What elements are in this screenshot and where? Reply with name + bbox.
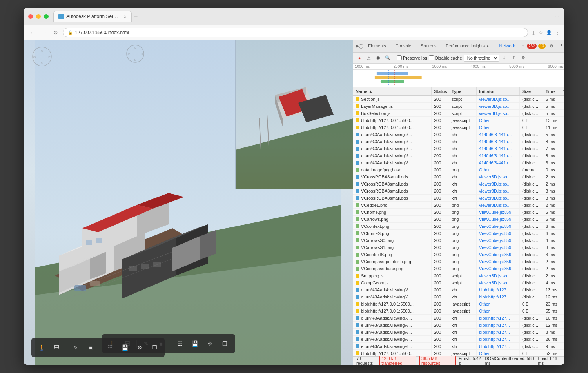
table-row[interactable]: e urn%3Aadsk.viewing%... 200 xhr blob:ht…	[353, 293, 564, 300]
table-row[interactable]: VCedge1.png 200 png viewer3D.js:so... (d…	[353, 202, 564, 209]
table-row[interactable]: VCcompass-base.png 200 png ViewCube.js:8…	[353, 265, 564, 272]
table-row[interactable]: VCcompass-pointer-b.png 200 png ViewCube…	[353, 258, 564, 265]
import-button[interactable]: ⇓	[501, 54, 508, 62]
table-row[interactable]: e urn%3Aadsk.viewing%... 200 xhr blob:ht…	[353, 336, 564, 343]
table-row[interactable]: VCarrows.png 200 png ViewCube.js:859 (di…	[353, 216, 564, 223]
table-row[interactable]: blob:http://127.0.0.1:5500... 200 javasc…	[353, 117, 564, 124]
row-size: (disk c...	[520, 336, 543, 342]
header-initiator[interactable]: Initiator	[477, 87, 520, 95]
table-row[interactable]: VChome.png 200 png ViewCube.js:859 (disk…	[353, 209, 564, 216]
table-row[interactable]: blob:http://127.0.0.1:5500... 200 javasc…	[353, 300, 564, 307]
header-time[interactable]: Time	[543, 87, 561, 95]
table-row[interactable]: e urn%3Aadsk.viewing%... 200 xhr 4140d6f…	[353, 138, 564, 145]
preserve-log-checkbox[interactable]: Preserve log	[397, 55, 427, 60]
network-table[interactable]: Name ▲ Status Type Initiator Size Time W…	[353, 87, 564, 356]
minimize-window-button[interactable]	[36, 14, 41, 19]
tab-sources[interactable]: Sources	[416, 41, 441, 51]
filter-button[interactable]: ◉	[374, 54, 382, 62]
table-row[interactable]: Section.js 200 script viewer3D.js:so... …	[353, 96, 564, 103]
tab-console[interactable]: Console	[391, 41, 416, 51]
grid-tool-left[interactable]: ☷	[103, 341, 116, 354]
header-name[interactable]: Name ▲	[353, 87, 432, 95]
row-initiator: ViewCube.js:859	[477, 265, 520, 272]
cube-tool-left[interactable]: ▣	[84, 341, 97, 354]
table-row[interactable]: e urn%3Aadsk.viewing%... 200 xhr 4140d6f…	[353, 152, 564, 159]
table-row[interactable]: blob:http://127.0.0.1:5500... 200 javasc…	[353, 350, 564, 356]
table-row[interactable]: CompGeom.js 200 script viewer3D.js:so...…	[353, 279, 564, 286]
maximize-window-button[interactable]	[44, 14, 49, 19]
grid-tool-center[interactable]: ☷	[174, 337, 187, 350]
header-size[interactable]: Size	[520, 87, 543, 95]
table-row[interactable]: VCarrowsS1.png 200 png ViewCube.js:859 (…	[353, 244, 564, 251]
row-waterfall	[561, 336, 564, 342]
search-button[interactable]: 🔍	[384, 54, 392, 62]
export-button[interactable]: ⇧	[510, 54, 518, 62]
table-row[interactable]: data:image/png;base... 200 png Other (me…	[353, 166, 564, 173]
table-row[interactable]: VCrossRGBA8small.dds 200 xhr viewer3D.js…	[353, 195, 564, 202]
throttle-select[interactable]: No throttling Fast 3G Slow 3G	[464, 55, 499, 62]
tab-close-button[interactable]: ✕	[123, 15, 127, 19]
clear-button[interactable]: △	[365, 54, 373, 62]
row-type: xhr	[449, 180, 477, 187]
back-button[interactable]: ←	[28, 29, 37, 36]
table-row[interactable]: VCcontextS.png 200 png ViewCube.js:859 (…	[353, 251, 564, 258]
record-button[interactable]: ●	[356, 54, 363, 62]
menu-icon[interactable]: ⋮	[555, 30, 560, 35]
active-tab[interactable]: Autodesk Platform Services: M... ✕	[53, 11, 132, 22]
person-tool-left[interactable]: 🚶	[35, 341, 48, 354]
bookmark-icon[interactable]: ☆	[539, 30, 543, 35]
profile-icon[interactable]: 👤	[546, 30, 552, 35]
settings-icon[interactable]: ⚙	[547, 42, 556, 51]
close-window-button[interactable]	[28, 14, 33, 19]
refresh-button[interactable]: ↻	[52, 29, 60, 36]
svg-text:W: W	[33, 55, 36, 59]
header-status[interactable]: Status	[432, 87, 449, 95]
header-type[interactable]: Type	[449, 87, 477, 95]
inspect-icon[interactable]: ▶	[356, 42, 359, 51]
table-row[interactable]: e urn%3Aadsk.viewing%... 200 xhr blob:ht…	[353, 329, 564, 336]
expand-tool-left[interactable]: ❐	[148, 341, 161, 354]
new-tab-button[interactable]: +	[134, 13, 138, 20]
expand-tool-center[interactable]: ❐	[219, 337, 231, 350]
table-row[interactable]: LayerManager.js 200 script viewer3D.js:s…	[353, 103, 564, 110]
table-row[interactable]: e urn%3Aadsk.viewing%... 200 xhr blob:ht…	[353, 322, 564, 329]
tab-performance[interactable]: Performance insights ▲	[441, 41, 495, 51]
table-row[interactable]: VCrossRGBA8small.dds 200 xhr viewer3D.js…	[353, 187, 564, 195]
tab-elements[interactable]: Elements	[363, 41, 391, 51]
camera-tool-left[interactable]: 🎞	[50, 341, 63, 354]
table-row[interactable]: BoxSelection.js 200 script viewer3D.js:s…	[353, 110, 564, 117]
url-bar[interactable]: 🔒 127.0.0.1:5500/index.html	[63, 28, 528, 37]
settings-network-icon[interactable]: ⚙	[519, 54, 527, 62]
table-row[interactable]: blob:http://127.0.0.1:5500... 200 javasc…	[353, 124, 564, 131]
table-row[interactable]: Snapping.js 200 script viewer3D.js:so...…	[353, 272, 564, 279]
table-row[interactable]: VCcontext.png 200 png ViewCube.js:859 (d…	[353, 223, 564, 230]
save-tool-center[interactable]: 💾	[189, 337, 201, 350]
table-row[interactable]: blob:http://127.0.0.1:5500... 200 javasc…	[353, 307, 564, 315]
table-row[interactable]: VChomeS.png 200 png ViewCube.js:859 (dis…	[353, 230, 564, 237]
3d-viewport[interactable]: N E S W N E S W	[24, 40, 353, 365]
preserve-log-input[interactable]	[397, 55, 402, 60]
table-row[interactable]: e urn%3Aadsk.viewing%... 200 xhr 4140d6f…	[353, 131, 564, 138]
table-row[interactable]: e urn%3Aadsk.viewing%... 200 xhr blob:ht…	[353, 315, 564, 322]
header-waterfall[interactable]: Waterfall	[561, 87, 564, 95]
table-row[interactable]: VCrossRGBA8small.dds 200 xhr viewer3D.js…	[353, 180, 564, 187]
gear-tool-left[interactable]: ⚙	[133, 341, 146, 354]
table-row[interactable]: VCrossRGBA8small.dds 200 xhr viewer3D.js…	[353, 173, 564, 180]
more-options-icon[interactable]: ⋮	[557, 42, 564, 51]
more-tabs[interactable]: »	[520, 42, 527, 50]
table-row[interactable]: e urn%3Aadsk.viewing%... 200 xhr 4140d6f…	[353, 145, 564, 152]
table-row[interactable]: e urn%3Aadsk.viewing%... 200 xhr blob:ht…	[353, 286, 564, 293]
table-row[interactable]: e urn%3Aadsk.viewing%... 200 xhr blob:ht…	[353, 343, 564, 350]
tab-network[interactable]: Network	[495, 41, 520, 51]
row-waterfall	[561, 124, 564, 131]
device-icon[interactable]: ◯	[359, 42, 363, 51]
disable-cache-checkbox[interactable]: Disable cache	[429, 55, 462, 60]
table-row[interactable]: VCarrowsS0.png 200 png ViewCube.js:859 (…	[353, 237, 564, 244]
save-tool-left[interactable]: 💾	[118, 341, 131, 354]
pencil-tool-left[interactable]: ✎	[69, 341, 82, 354]
table-row[interactable]: e urn%3Aadsk.viewing%... 200 xhr 4140d6f…	[353, 159, 564, 166]
disable-cache-input[interactable]	[429, 55, 434, 60]
extensions-icon[interactable]: ◫	[531, 30, 535, 35]
forward-button[interactable]: →	[40, 29, 49, 36]
gear-tool-center[interactable]: ⚙	[204, 337, 216, 350]
